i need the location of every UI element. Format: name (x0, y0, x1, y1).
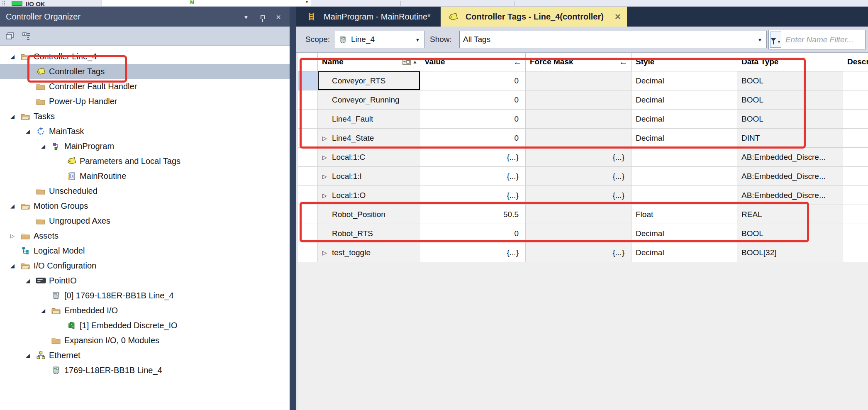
tree-item-power-up-handler[interactable]: Power-Up Handler (0, 94, 290, 109)
expand-tag-icon[interactable]: ▷ (322, 154, 327, 161)
tree-expander-icon[interactable]: ◢ (10, 113, 20, 120)
row-selector-cell[interactable] (298, 243, 318, 262)
expand-properties-icon[interactable] (21, 30, 32, 42)
tag-name-cell[interactable]: ▷Local:1:O (318, 186, 420, 205)
show-dropdown[interactable]: All Tags ▼ (459, 31, 767, 48)
tag-style-cell[interactable] (631, 167, 737, 186)
header-description[interactable]: Description (843, 53, 868, 71)
tag-style-cell[interactable]: Decimal (631, 110, 737, 129)
tag-description-cell[interactable] (843, 186, 868, 205)
header-data-type[interactable]: Data Type (737, 53, 843, 71)
row-selector-cell[interactable] (298, 167, 318, 186)
tag-data-type-cell[interactable]: AB:Embedded_Discre... (737, 186, 843, 205)
tag-force-mask-cell[interactable]: {...} (526, 243, 631, 262)
tree-item-logical-model[interactable]: Logical Model (0, 243, 290, 258)
tree-item-1769-l18er-bb1b-line-4[interactable]: 1769-L18ER-BB1B Line_4 (0, 363, 290, 378)
tag-value-cell[interactable]: {...} (420, 148, 526, 167)
tag-data-type-cell[interactable]: AB:Embedded_Discre... (737, 167, 843, 186)
tree-item-controller-fault-handler[interactable]: Controller Fault Handler (0, 79, 290, 94)
tree-expander-icon[interactable]: ◢ (10, 263, 20, 269)
tag-force-mask-cell[interactable] (526, 129, 631, 148)
name-display-options-button[interactable] (402, 59, 411, 65)
cascade-view-icon[interactable] (4, 30, 16, 42)
tree-item-expansion-i-o-0-modules[interactable]: Expansion I/O, 0 Modules (0, 333, 290, 348)
tag-description-cell[interactable] (843, 129, 868, 148)
tag-name-cell[interactable]: Robot_RTS (318, 224, 420, 243)
header-value[interactable]: Value ← (420, 53, 526, 71)
tab-mainprogram-mainroutine[interactable]: MainProgram - MainRoutine* (299, 7, 438, 27)
tag-description-cell[interactable] (843, 110, 868, 129)
tag-value-cell[interactable]: {...} (420, 243, 526, 262)
filter-funnel-button[interactable]: ▼ (770, 32, 781, 48)
close-icon[interactable]: × (273, 12, 284, 22)
tag-style-cell[interactable]: Decimal (631, 90, 737, 110)
tree-item-ethernet[interactable]: ◢Ethernet (0, 348, 290, 363)
tag-force-mask-cell[interactable]: {...} (526, 148, 631, 167)
tag-value-cell[interactable]: 0 (420, 129, 526, 148)
tag-force-mask-cell[interactable] (526, 90, 631, 110)
tag-value-cell[interactable]: 0 (420, 71, 526, 90)
tag-name-cell[interactable]: Conveyor_Running (318, 90, 420, 110)
tag-description-cell[interactable] (843, 71, 868, 90)
tag-style-cell[interactable]: Decimal (631, 71, 737, 90)
row-selector-cell[interactable] (298, 71, 318, 90)
header-style[interactable]: Style (631, 53, 737, 71)
tag-data-type-cell[interactable]: BOOL (737, 90, 843, 110)
row-selector-cell[interactable] (298, 90, 318, 110)
tag-data-type-cell[interactable]: BOOL (737, 110, 843, 129)
tree-expander-icon[interactable]: ◢ (26, 352, 36, 359)
tag-name-cell[interactable]: Robot_Position (318, 205, 420, 224)
window-position-menu-icon[interactable]: ▼ (241, 12, 251, 22)
tag-force-mask-cell[interactable] (526, 205, 631, 224)
chevron-down-icon[interactable]: ▼ (305, 0, 309, 4)
tree-expander-icon[interactable]: ◢ (10, 203, 20, 209)
tree-expander-icon[interactable]: ◢ (10, 54, 20, 60)
tree-expander-icon[interactable]: ▷ (10, 233, 20, 239)
close-tab-icon[interactable]: ✕ (614, 12, 621, 22)
tree-item-parameters-and-local-tags[interactable]: Parameters and Local Tags (0, 154, 290, 168)
tree-expander-icon[interactable]: ◢ (41, 143, 51, 149)
expand-tag-icon[interactable]: ▷ (322, 135, 327, 142)
expand-tag-icon[interactable]: ▷ (322, 173, 327, 180)
tag-value-cell[interactable]: {...} (420, 186, 526, 205)
tag-force-mask-cell[interactable]: {...} (526, 186, 631, 205)
tree-item-assets[interactable]: ▷Assets (0, 228, 290, 243)
tag-data-type-cell[interactable]: DINT (737, 129, 843, 148)
tag-data-type-cell[interactable]: BOOL (737, 224, 843, 243)
tree-item-i-o-configuration[interactable]: ◢I/O Configuration (0, 258, 290, 273)
tree-item-embedded-i-o[interactable]: ◢Embedded I/O (0, 303, 290, 318)
tag-style-cell[interactable]: Float (631, 205, 737, 224)
scope-dropdown[interactable]: Line_4 ▼ (334, 31, 424, 48)
row-selector-cell[interactable] (298, 148, 318, 167)
tag-force-mask-cell[interactable] (526, 71, 631, 90)
header-name[interactable]: Name ▲ (318, 53, 420, 71)
tree-item-mainroutine[interactable]: 1MainRoutine (0, 168, 290, 183)
tag-value-cell[interactable]: 0 (420, 224, 526, 243)
tree-item-unscheduled[interactable]: Unscheduled (0, 183, 290, 198)
tag-data-type-cell[interactable]: BOOL[32] (737, 243, 843, 262)
tag-name-cell[interactable]: ▷Line4_State (318, 129, 420, 148)
row-selector-cell[interactable] (298, 110, 318, 129)
tag-description-cell[interactable] (843, 243, 868, 262)
tag-data-type-cell[interactable]: AB:Embedded_Discre... (737, 148, 843, 167)
expand-tag-icon[interactable]: ▷ (322, 192, 327, 199)
tab-controller-tags[interactable]: Controller Tags - Line_4(controller) ✕ (441, 7, 627, 27)
expand-tag-icon[interactable]: ▷ (322, 249, 327, 256)
tree-item-0-1769-l18er-bb1b-line-4[interactable]: [0] 1769-L18ER-BB1B Line_4 (0, 288, 290, 303)
tag-style-cell[interactable] (631, 186, 737, 205)
tag-description-cell[interactable] (843, 224, 868, 243)
tag-value-cell[interactable]: 50.5 (420, 205, 526, 224)
tag-value-cell[interactable]: {...} (420, 167, 526, 186)
tree-item-maintask[interactable]: ◢MainTask (0, 124, 290, 139)
tag-name-cell[interactable]: ▷test_toggle (318, 243, 420, 262)
tree-item-pointio[interactable]: ◢PointIO (0, 273, 290, 288)
tree-expander-icon[interactable]: ◢ (26, 128, 36, 134)
tree-expander-icon[interactable]: ◢ (26, 278, 36, 284)
tree-item-ungrouped-axes[interactable]: Ungrouped Axes (0, 213, 290, 228)
tree-item-controller-line-4[interactable]: ◢Controller Line_4 (0, 49, 290, 64)
path-combo-box[interactable]: M ▼ (102, 0, 311, 6)
tag-value-cell[interactable]: 0 (420, 90, 526, 110)
tree-item-mainprogram[interactable]: ◢MainProgram (0, 139, 290, 154)
tag-force-mask-cell[interactable] (526, 224, 631, 243)
tag-name-cell[interactable]: Conveyor_RTS (318, 71, 420, 90)
